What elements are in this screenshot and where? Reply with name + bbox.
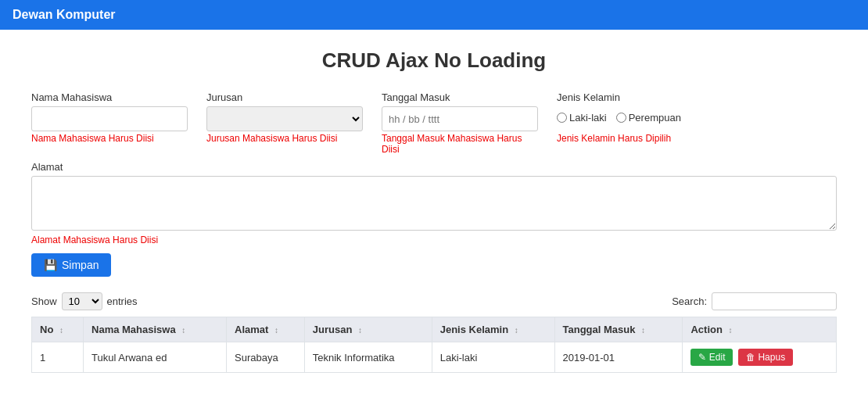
table-header-row: No ↕ Nama Mahasiswa ↕ Alamat ↕ Jurusan ↕… — [32, 317, 837, 342]
sort-icon-action: ↕ — [729, 326, 733, 335]
col-no[interactable]: No ↕ — [32, 317, 84, 342]
radio-group-jenis-kelamin: Laki-laki Perempuan — [557, 106, 698, 131]
search-input[interactable] — [712, 292, 837, 310]
search-label: Search: — [672, 295, 707, 307]
col-jurusan[interactable]: Jurusan ↕ — [304, 317, 432, 342]
sort-icon-tanggal: ↕ — [641, 326, 645, 335]
jenis-kelamin-label: Jenis Kelamin — [557, 91, 698, 103]
form-group-alamat: Alamat Alamat Mahasiswa Harus Diisi — [31, 161, 837, 245]
entries-select[interactable]: 10 25 50 100 — [62, 292, 102, 310]
navbar-brand: Dewan Komputer — [13, 8, 116, 21]
radio-laki-label[interactable]: Laki-laki — [557, 112, 607, 124]
sort-icon-jenis-kelamin: ↕ — [515, 326, 518, 335]
radio-perempuan[interactable] — [616, 113, 626, 123]
jurusan-select[interactable]: Teknik Informatika Sistem Informasi — [206, 106, 363, 131]
nama-label: Nama Mahasiswa — [31, 91, 188, 103]
jenis-kelamin-error: Jenis Kelamin Harus Dipilih — [557, 133, 698, 144]
alamat-label: Alamat — [31, 161, 837, 173]
form-group-jenis-kelamin: Jenis Kelamin Laki-laki Perempuan Jenis … — [557, 91, 698, 155]
nama-error: Nama Mahasiswa Harus Diisi — [31, 133, 188, 144]
radio-laki[interactable] — [557, 113, 567, 123]
show-label: Show — [31, 295, 57, 307]
edit-button[interactable]: ✎ Edit — [690, 349, 733, 366]
search-box: Search: — [672, 292, 837, 310]
navbar: Dewan Komputer — [0, 0, 868, 30]
sort-icon-alamat: ↕ — [274, 326, 278, 335]
simpan-button[interactable]: 💾 Simpan — [31, 253, 111, 277]
col-tanggal-masuk[interactable]: Tanggal Masuk ↕ — [554, 317, 683, 342]
col-alamat[interactable]: Alamat ↕ — [227, 317, 305, 342]
entries-label: entries — [107, 295, 138, 307]
cell-nama: Tukul Arwana ed — [84, 342, 227, 373]
table-body: 1 Tukul Arwana ed Surabaya Teknik Inform… — [32, 342, 837, 373]
col-nama[interactable]: Nama Mahasiswa ↕ — [84, 317, 227, 342]
table-head: No ↕ Nama Mahasiswa ↕ Alamat ↕ Jurusan ↕… — [32, 317, 837, 342]
form-group-jurusan: Jurusan Teknik Informatika Sistem Inform… — [206, 91, 363, 155]
data-table: No ↕ Nama Mahasiswa ↕ Alamat ↕ Jurusan ↕… — [31, 317, 837, 373]
alamat-textarea[interactable] — [31, 176, 837, 231]
nama-input[interactable] — [31, 106, 188, 131]
hapus-button[interactable]: 🗑 Hapus — [738, 349, 793, 366]
simpan-label: Simpan — [62, 259, 99, 271]
alamat-error: Alamat Mahasiswa Harus Diisi — [31, 235, 158, 245]
cell-jenis-kelamin: Laki-laki — [432, 342, 554, 373]
tanggal-error: Tanggal Masuk Mahasiswa Harus Diisi — [382, 133, 538, 155]
laki-text: Laki-laki — [569, 112, 607, 124]
col-action[interactable]: Action ↕ — [683, 317, 837, 342]
save-icon: 💾 — [44, 259, 57, 271]
cell-no: 1 — [32, 342, 84, 373]
cell-tanggal-masuk: 2019-01-01 — [554, 342, 683, 373]
col-jenis-kelamin[interactable]: Jenis Kelamin ↕ — [432, 317, 554, 342]
sort-icon-jurusan: ↕ — [358, 326, 362, 335]
perempuan-text: Perempuan — [629, 112, 681, 124]
sort-icon-nama: ↕ — [181, 326, 185, 335]
tanggal-input[interactable] — [382, 106, 538, 131]
cell-jurusan: Teknik Informatika — [304, 342, 432, 373]
form-row-1: Nama Mahasiswa Nama Mahasiswa Harus Diis… — [31, 91, 837, 155]
radio-perempuan-label[interactable]: Perempuan — [616, 112, 681, 124]
table-row: 1 Tukul Arwana ed Surabaya Teknik Inform… — [32, 342, 837, 373]
sort-icon-no: ↕ — [59, 326, 63, 335]
show-entries: Show 10 25 50 100 entries — [31, 292, 138, 310]
jurusan-label: Jurusan — [206, 91, 363, 103]
cell-alamat: Surabaya — [227, 342, 305, 373]
jurusan-error: Jurusan Mahasiswa Harus Diisi — [206, 133, 363, 144]
form-group-tanggal: Tanggal Masuk Tanggal Masuk Mahasiswa Ha… — [382, 91, 538, 155]
cell-action: ✎ Edit 🗑 Hapus — [683, 342, 837, 373]
page-title: CRUD Ajax No Loading — [31, 48, 837, 73]
table-controls: Show 10 25 50 100 entries Search: — [31, 292, 837, 310]
tanggal-input-wrapper — [382, 106, 538, 131]
tanggal-label: Tanggal Masuk — [382, 91, 538, 103]
main-content: CRUD Ajax No Loading Nama Mahasiswa Nama… — [0, 30, 868, 392]
form-group-nama: Nama Mahasiswa Nama Mahasiswa Harus Diis… — [31, 91, 188, 155]
